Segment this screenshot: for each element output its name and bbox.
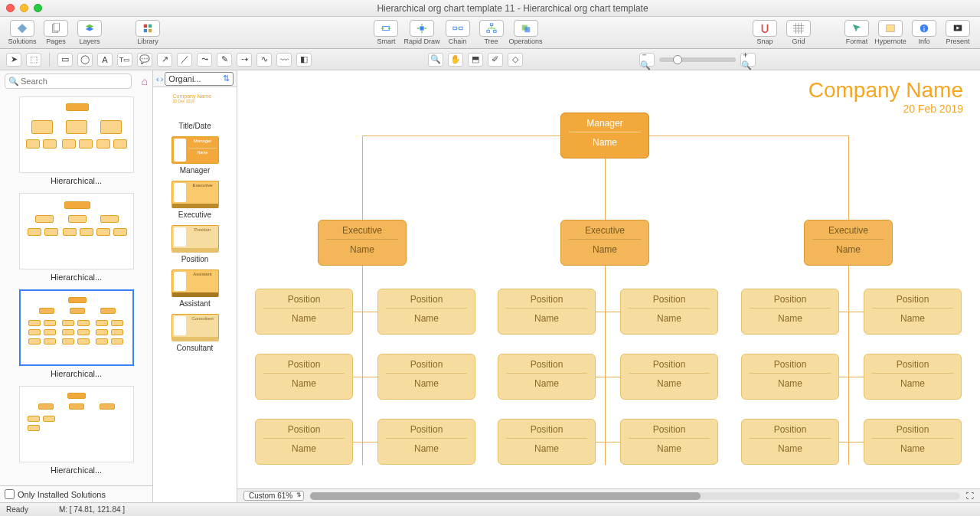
- chain-button[interactable]: Chain: [442, 20, 474, 45]
- zoom-out-icon[interactable]: －🔍: [639, 53, 655, 67]
- shape-executive[interactable]: Executive Executive: [156, 181, 234, 219]
- library-button[interactable]: Library: [132, 20, 164, 45]
- crop-tool[interactable]: ⬒: [468, 53, 483, 67]
- org-node-position[interactable]: PositionName: [255, 289, 353, 335]
- freehand-tool[interactable]: 〰: [276, 53, 292, 67]
- org-node-position[interactable]: PositionName: [741, 289, 839, 335]
- org-node-position[interactable]: PositionName: [377, 289, 475, 335]
- pages-button[interactable]: Pages: [40, 20, 72, 45]
- minimize-icon[interactable]: [20, 4, 28, 12]
- hypernote-button[interactable]: Hypernote: [874, 20, 906, 45]
- shape-assistant[interactable]: Assistant Assistant: [156, 269, 234, 308]
- text-tool[interactable]: A: [97, 53, 113, 67]
- hand-tool[interactable]: ✋: [448, 53, 463, 67]
- titlebar: Hierarchical org chart template 11 - Hie…: [0, 0, 980, 17]
- template-thumb[interactable]: Hierarchical...: [5, 193, 148, 282]
- callout-tool[interactable]: 💬: [137, 53, 152, 67]
- only-installed-row[interactable]: Only Installed Solutions: [0, 485, 152, 502]
- org-node-position[interactable]: PositionName: [255, 354, 353, 400]
- org-node-executive[interactable]: Executive Name: [804, 220, 893, 266]
- present-button[interactable]: Present: [942, 20, 974, 45]
- shape-position[interactable]: Position Position: [156, 225, 234, 263]
- shape-tool[interactable]: ◧: [296, 53, 312, 67]
- canvas[interactable]: Company Name 20 Feb 2019: [237, 70, 980, 488]
- fit-icon[interactable]: ⛶: [966, 492, 974, 500]
- org-node-position[interactable]: PositionName: [741, 419, 839, 465]
- org-node-position[interactable]: PositionName: [377, 354, 475, 400]
- org-node-position[interactable]: PositionName: [864, 354, 962, 400]
- org-node-position[interactable]: PositionName: [620, 354, 718, 400]
- canvas-area: Company Name 20 Feb 2019: [237, 70, 980, 502]
- template-thumb[interactable]: Hierarchical...: [5, 386, 148, 475]
- company-name: Company Name: [808, 78, 963, 103]
- org-node-position[interactable]: PositionName: [255, 419, 353, 465]
- only-installed-checkbox[interactable]: [5, 489, 15, 499]
- rapid-draw-button[interactable]: Rapid Draw: [403, 20, 439, 45]
- org-node-position[interactable]: PositionName: [498, 419, 596, 465]
- line-tool[interactable]: ／: [177, 53, 192, 67]
- marquee-tool[interactable]: ⬚: [26, 53, 41, 67]
- shape-library: ‹ › Organi... ⇅ Company Name 20 Dec 2019…: [153, 70, 237, 502]
- library-selector[interactable]: Organi... ⇅: [165, 72, 234, 86]
- snap-button[interactable]: Snap: [749, 20, 781, 45]
- eyedropper-tool[interactable]: ✐: [488, 53, 503, 67]
- tree-button[interactable]: Tree: [475, 20, 508, 45]
- chevron-left-icon[interactable]: ‹: [156, 74, 159, 83]
- pen-tool[interactable]: ✎: [217, 53, 232, 67]
- maximize-icon[interactable]: [34, 4, 42, 12]
- svg-text:i: i: [923, 25, 925, 33]
- org-node-position[interactable]: PositionName: [498, 354, 596, 400]
- curve-tool[interactable]: ⤳: [197, 53, 212, 67]
- org-node-position[interactable]: PositionName: [620, 419, 718, 465]
- smart-button[interactable]: Smart: [370, 20, 402, 45]
- org-node-executive[interactable]: Executive Name: [318, 220, 407, 266]
- layers-button[interactable]: Layers: [74, 20, 106, 45]
- org-node-position[interactable]: PositionName: [864, 419, 962, 465]
- textbox-tool[interactable]: T▭: [117, 53, 132, 67]
- template-thumb[interactable]: Hierarchical...: [5, 96, 148, 185]
- rectangle-tool[interactable]: ▭: [57, 53, 73, 67]
- svg-rect-16: [490, 24, 493, 26]
- svg-rect-20: [524, 27, 530, 32]
- status-ready: Ready: [6, 505, 28, 514]
- grid-button[interactable]: Grid: [782, 20, 815, 45]
- window-title: Hierarchical org chart template 11 - Hie…: [51, 3, 974, 14]
- zoom-slider[interactable]: [659, 57, 736, 62]
- shape-manager[interactable]: Manager Name Manager: [156, 136, 234, 175]
- home-icon[interactable]: ⌂: [142, 75, 148, 87]
- info-button[interactable]: i Info: [908, 20, 940, 45]
- template-thumbs: Hierarchical... Hierarchical...: [0, 92, 152, 485]
- org-node-executive[interactable]: Executive Name: [560, 220, 649, 266]
- erase-tool[interactable]: ◇: [508, 53, 523, 67]
- org-node-position[interactable]: PositionName: [498, 289, 596, 335]
- select-tool[interactable]: ➤: [6, 53, 21, 67]
- bezier-tool[interactable]: ∿: [256, 53, 272, 67]
- format-button[interactable]: Format: [841, 20, 873, 45]
- operations-button[interactable]: Operations: [509, 20, 543, 45]
- connector-tool[interactable]: ⇢: [237, 53, 252, 67]
- svg-rect-5: [144, 24, 147, 28]
- solutions-button[interactable]: Solutions: [6, 20, 38, 45]
- shape-consultant[interactable]: Consultant Consultant: [156, 314, 234, 352]
- org-node-position[interactable]: PositionName: [864, 289, 962, 335]
- template-thumb-selected[interactable]: Hierarchical...: [5, 289, 148, 378]
- zoom-tool[interactable]: 🔍: [428, 53, 443, 67]
- shape-title-date[interactable]: Company Name 20 Dec 2019 Title/Date: [156, 92, 234, 130]
- status-mouse: M: [ 74.81, 121.84 ]: [59, 505, 125, 514]
- ellipse-tool[interactable]: ◯: [77, 53, 93, 67]
- svg-point-11: [389, 28, 391, 30]
- chevron-right-icon[interactable]: ›: [161, 74, 164, 83]
- close-icon[interactable]: [6, 4, 15, 12]
- org-node-manager[interactable]: Manager Name: [560, 113, 649, 158]
- search-input[interactable]: [5, 73, 132, 89]
- svg-rect-13: [452, 27, 456, 30]
- svg-marker-4: [86, 27, 94, 31]
- org-node-position[interactable]: PositionName: [377, 419, 475, 465]
- org-node-position[interactable]: PositionName: [741, 354, 839, 400]
- arrow-tool[interactable]: ↗: [157, 53, 172, 67]
- zoom-in-icon[interactable]: ＋🔍: [740, 53, 756, 67]
- org-node-position[interactable]: PositionName: [620, 289, 718, 335]
- svg-rect-21: [887, 25, 895, 32]
- horizontal-scrollbar[interactable]: [310, 492, 960, 500]
- zoom-selector[interactable]: Custom 61% ⇅: [243, 491, 304, 501]
